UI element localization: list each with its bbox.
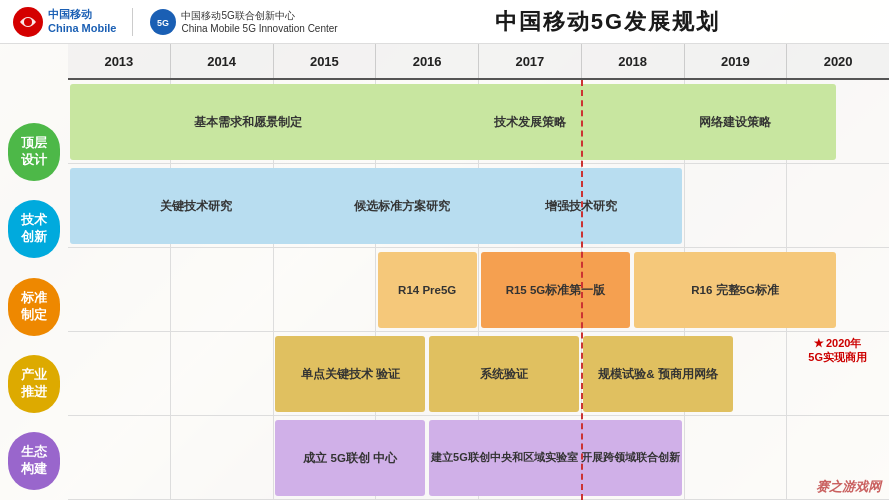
year-cell-2013: 2013 <box>68 44 171 78</box>
label-circle-4: 生态 构建 <box>8 432 60 490</box>
col-2-1 <box>171 248 274 331</box>
col-3-0 <box>68 332 171 415</box>
rows-area: 基本需求和愿景制定技术发展策略网络建设策略关键技术研究候选标准方案研究增强技术研… <box>68 80 889 500</box>
label-circle-2: 标准 制定 <box>8 278 60 336</box>
year-cell-2017: 2017 <box>479 44 582 78</box>
col-2-2 <box>274 248 377 331</box>
block-0: 基本需求和愿景制定 <box>70 84 425 160</box>
year-header: 20132014201520162017201820192020 <box>68 44 889 80</box>
col-1-7 <box>787 164 889 247</box>
logo-divider <box>132 8 133 36</box>
year-cell-2019: 2019 <box>685 44 788 78</box>
year-cell-2018: 2018 <box>582 44 685 78</box>
timeline-area: 20132014201520162017201820192020 基本需求和愿景… <box>68 44 889 500</box>
block-12: 成立 5G联创 中心 <box>275 420 425 496</box>
col-4-1 <box>171 416 274 499</box>
year-cell-2020: 2020 <box>787 44 889 78</box>
china-mobile-logo: 中国移动 China Mobile <box>12 6 116 38</box>
block-9: 单点关键技术 验证 <box>275 336 425 412</box>
row-labels: 顶层 设计技术 创新标准 制定产业 推进生态 构建 <box>0 44 68 500</box>
dashed-vertical-line <box>581 80 583 500</box>
row-label-0: 顶层 设计 <box>0 113 68 190</box>
year-cell-2015: 2015 <box>274 44 377 78</box>
label-circle-3: 产业 推进 <box>8 355 60 413</box>
innovation-logo: 5G 中国移动5G联合创新中心China Mobile 5G Innovatio… <box>149 8 337 36</box>
innovation-logo-icon: 5G <box>149 8 177 36</box>
page-title: 中国移动5G发展规划 <box>338 7 877 37</box>
col-4-0 <box>68 416 171 499</box>
block-11: 规模试验& 预商用网络 <box>583 336 733 412</box>
watermark: 赛之游戏网 <box>816 478 881 496</box>
label-circle-0: 顶层 设计 <box>8 123 60 181</box>
content-area: 顶层 设计技术 创新标准 制定产业 推进生态 构建 20132014201520… <box>0 44 889 500</box>
svg-point-1 <box>24 18 32 26</box>
star-badge: ✭ 2020年5G实现商用 <box>790 336 885 365</box>
header: 中国移动 China Mobile 5G 中国移动5G联合创新中心China M… <box>0 0 889 44</box>
svg-text:5G: 5G <box>157 18 169 28</box>
block-8: R16 完整5G标准 <box>634 252 835 328</box>
logo-area: 中国移动 China Mobile 5G 中国移动5G联合创新中心China M… <box>12 6 338 38</box>
col-1-6 <box>685 164 788 247</box>
row-label-2: 标准 制定 <box>0 268 68 345</box>
block-10: 系统验证 <box>429 336 579 412</box>
row-label-3: 产业 推进 <box>0 345 68 422</box>
col-3-1 <box>171 332 274 415</box>
block-2: 网络建设策略 <box>634 84 835 160</box>
block-7: R15 5G标准第一版 <box>481 252 631 328</box>
col-2-0 <box>68 248 171 331</box>
year-cell-2016: 2016 <box>376 44 479 78</box>
block-6: R14 Pre5G <box>378 252 477 328</box>
col-4-6 <box>685 416 788 499</box>
cm-logo-text: 中国移动 China Mobile <box>48 8 116 34</box>
row-label-1: 技术 创新 <box>0 191 68 268</box>
label-circle-1: 技术 创新 <box>8 200 60 258</box>
block-13: 建立5G联创中央和区域实验室 开展跨领域联合创新 <box>429 420 682 496</box>
cm-logo-icon <box>12 6 44 38</box>
year-cell-2014: 2014 <box>171 44 274 78</box>
innovation-text: 中国移动5G联合创新中心China Mobile 5G Innovation C… <box>181 9 337 35</box>
row-label-4: 生态 构建 <box>0 423 68 500</box>
